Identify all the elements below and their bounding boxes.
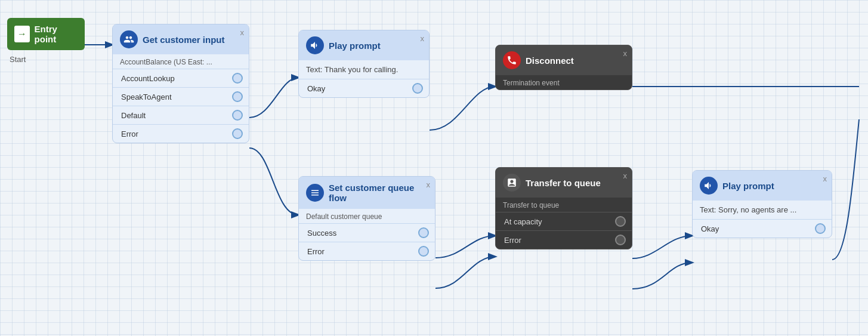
entry-point-node: → Entry point Start: [7, 18, 85, 64]
port-dot-error-input[interactable]: [232, 128, 243, 139]
play-prompt-2-node: Play prompt x Text: Sorry, no agents are…: [692, 170, 832, 238]
transfer-queue-close[interactable]: x: [623, 171, 628, 180]
port-error-queue[interactable]: Error: [299, 242, 435, 260]
transfer-queue-node: Transfer to queue x Transfer to queue At…: [495, 167, 632, 249]
port-error-transfer[interactable]: Error: [496, 230, 632, 249]
set-queue-node: Set customer queue flow x Default custom…: [298, 176, 435, 261]
disconnect-close[interactable]: x: [623, 49, 628, 58]
play-prompt-2-header: Play prompt x: [693, 171, 832, 201]
play-prompt-2-close[interactable]: x: [823, 174, 827, 183]
port-error-input[interactable]: Error: [113, 124, 249, 143]
entry-icon: →: [14, 26, 30, 42]
play-prompt-1-header: Play prompt x: [299, 30, 429, 60]
start-label: Start: [7, 55, 85, 64]
play-prompt-1-body: Text: Thank you for calling.: [299, 60, 429, 79]
port-dot-error-transfer[interactable]: [615, 235, 626, 245]
set-queue-close[interactable]: x: [427, 180, 431, 189]
play-prompt-1-node: Play prompt x Text: Thank you for callin…: [298, 30, 430, 98]
set-queue-icon: [306, 184, 324, 202]
play-prompt-2-icon: [700, 177, 718, 195]
get-input-close[interactable]: x: [240, 28, 245, 37]
port-account-lookup[interactable]: AccountLookup: [113, 69, 249, 87]
transfer-queue-title: Transfer to queue: [526, 178, 601, 188]
play-prompt-1-icon: [306, 36, 324, 54]
disconnect-icon: [503, 51, 521, 69]
get-customer-input-node: Get customer input x AccountBalance (US …: [112, 24, 249, 143]
transfer-queue-header: Transfer to queue x: [496, 168, 632, 198]
play-prompt-2-title: Play prompt: [722, 181, 774, 191]
set-queue-title: Set customer queue flow: [329, 183, 428, 203]
port-dot-at-capacity[interactable]: [615, 216, 626, 227]
set-queue-subtitle: Default customer queue: [299, 209, 435, 223]
play-prompt-1-close[interactable]: x: [421, 34, 425, 43]
entry-point-box[interactable]: → Entry point: [7, 18, 85, 50]
port-dot-okay-1[interactable]: [412, 83, 423, 94]
get-input-icon: [120, 30, 138, 48]
disconnect-header: Disconnect x: [496, 45, 632, 75]
port-dot-okay-2[interactable]: [815, 223, 826, 234]
port-dot-account-lookup[interactable]: [232, 73, 243, 84]
port-okay-1[interactable]: Okay: [299, 79, 429, 97]
set-queue-header: Set customer queue flow x: [299, 177, 435, 209]
port-dot-default[interactable]: [232, 110, 243, 121]
play-prompt-2-body: Text: Sorry, no agents are ...: [693, 201, 832, 219]
port-dot-speak-agent[interactable]: [232, 91, 243, 102]
get-input-header: Get customer input x: [113, 24, 249, 54]
entry-point-label: Entry point: [35, 24, 78, 44]
transfer-queue-icon: [503, 174, 521, 192]
get-input-subtitle: AccountBalance (US East: ...: [113, 54, 249, 69]
port-success[interactable]: Success: [299, 223, 435, 242]
port-default[interactable]: Default: [113, 106, 249, 124]
get-input-title: Get customer input: [143, 35, 225, 45]
port-dot-error-queue[interactable]: [418, 246, 429, 257]
port-speak-agent[interactable]: SpeakToAgent: [113, 87, 249, 106]
port-dot-success[interactable]: [418, 227, 429, 238]
play-prompt-1-title: Play prompt: [329, 41, 381, 51]
disconnect-node: Disconnect x Termination event: [495, 45, 632, 90]
port-at-capacity[interactable]: At capacity: [496, 212, 632, 230]
port-okay-2[interactable]: Okay: [693, 219, 832, 238]
disconnect-subtitle: Termination event: [496, 75, 632, 90]
disconnect-title: Disconnect: [526, 56, 574, 66]
transfer-queue-subtitle: Transfer to queue: [496, 198, 632, 212]
